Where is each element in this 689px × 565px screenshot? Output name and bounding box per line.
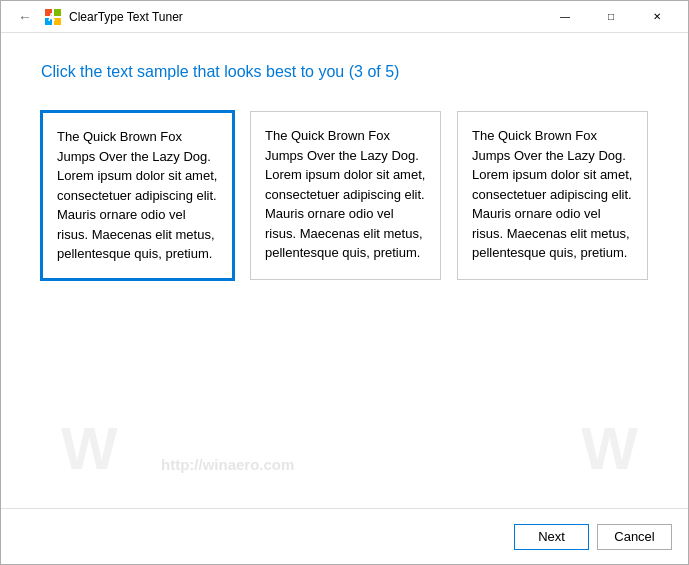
close-button[interactable]: ✕ (634, 1, 680, 33)
sample-text-3: The Quick Brown Fox Jumps Over the Lazy … (472, 128, 632, 260)
window: ← A ClearType Text Tuner ― □ ✕ Click the… (0, 0, 689, 565)
title-bar-left: ← A ClearType Text Tuner (13, 5, 183, 29)
samples-row: The Quick Brown Fox Jumps Over the Lazy … (41, 111, 648, 280)
back-button[interactable]: ← (13, 5, 37, 29)
title-bar-controls: ― □ ✕ (542, 1, 680, 33)
footer: Next Cancel (1, 508, 688, 564)
watermark-url-bottom: http://winaero.com (161, 456, 294, 473)
sample-card-2[interactable]: The Quick Brown Fox Jumps Over the Lazy … (250, 111, 441, 280)
instruction-text: Click the text sample that looks best to… (41, 63, 648, 81)
sample-card-1[interactable]: The Quick Brown Fox Jumps Over the Lazy … (41, 111, 234, 280)
sample-text-1: The Quick Brown Fox Jumps Over the Lazy … (57, 129, 217, 261)
watermark-w-left: W (61, 414, 118, 483)
app-icon: A (45, 9, 61, 25)
next-button[interactable]: Next (514, 524, 589, 550)
watermark-area: W http://winaero.com W (41, 280, 648, 489)
window-title: ClearType Text Tuner (69, 10, 183, 24)
watermark-w-right: W (581, 414, 638, 483)
sample-text-2: The Quick Brown Fox Jumps Over the Lazy … (265, 128, 425, 260)
title-bar: ← A ClearType Text Tuner ― □ ✕ (1, 1, 688, 33)
cancel-button[interactable]: Cancel (597, 524, 672, 550)
minimize-button[interactable]: ― (542, 1, 588, 33)
sample-card-3[interactable]: The Quick Brown Fox Jumps Over the Lazy … (457, 111, 648, 280)
maximize-button[interactable]: □ (588, 1, 634, 33)
svg-text:A: A (48, 12, 55, 23)
content-area: Click the text sample that looks best to… (1, 33, 688, 508)
